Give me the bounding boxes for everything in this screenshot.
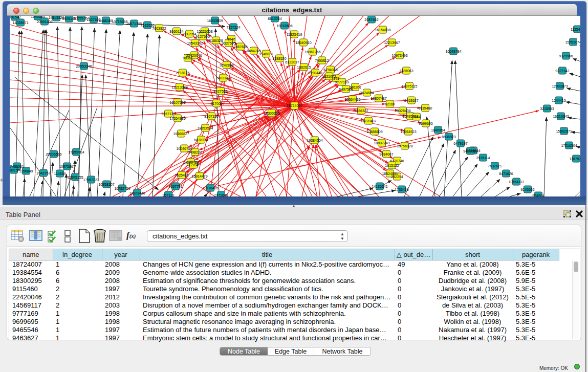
- svg-text:1125441: 1125441: [571, 28, 580, 31]
- svg-text:8660124: 8660124: [169, 30, 183, 33]
- svg-text:2942757: 2942757: [36, 171, 50, 175]
- svg-text:9423051: 9423051: [463, 149, 477, 153]
- svg-text:12975115: 12975115: [402, 84, 418, 88]
- svg-text:967110: 967110: [163, 193, 175, 197]
- svg-text:16648784: 16648784: [445, 50, 461, 53]
- svg-text:3498222: 3498222: [188, 150, 202, 154]
- svg-text:1615132: 1615132: [385, 164, 399, 167]
- svg-text:16961766: 16961766: [304, 50, 320, 54]
- svg-text:12505155: 12505155: [67, 176, 83, 179]
- svg-text:10973493: 10973493: [391, 54, 407, 57]
- svg-text:114519: 114519: [54, 172, 66, 176]
- svg-text:16210643: 16210643: [553, 115, 569, 118]
- svg-text:9657791: 9657791: [168, 185, 182, 188]
- svg-text:16671355: 16671355: [126, 22, 142, 26]
- svg-text:9699695: 9699695: [419, 122, 432, 125]
- svg-text:17359914: 17359914: [68, 150, 84, 154]
- svg-text:8644: 8644: [412, 115, 421, 119]
- svg-text:10654112: 10654112: [509, 180, 525, 184]
- svg-text:15720407: 15720407: [360, 119, 376, 123]
- svg-text:12213389: 12213389: [171, 85, 187, 89]
- svg-text:2087652: 2087652: [364, 18, 378, 21]
- svg-text:7632621: 7632621: [488, 164, 502, 168]
- svg-text:3624554: 3624554: [360, 91, 374, 95]
- svg-text:6794028: 6794028: [323, 68, 337, 72]
- svg-text:917006: 917006: [210, 102, 222, 105]
- svg-text:19654923: 19654923: [400, 130, 416, 134]
- svg-text:10543362: 10543362: [187, 41, 203, 45]
- svg-text:14136141: 14136141: [372, 185, 387, 188]
- svg-text:18300295: 18300295: [264, 112, 279, 115]
- svg-text:7955812: 7955812: [315, 59, 329, 62]
- svg-text:16782759: 16782759: [114, 187, 130, 190]
- svg-text:9127505: 9127505: [195, 35, 209, 38]
- svg-text:1167533: 1167533: [570, 157, 580, 161]
- svg-text:3912954: 3912954: [182, 32, 196, 36]
- svg-text:845: 845: [333, 77, 339, 80]
- svg-text:2803144: 2803144: [216, 76, 230, 80]
- svg-text:9777169: 9777169: [335, 80, 349, 84]
- svg-text:9245652: 9245652: [520, 188, 534, 191]
- svg-text:17016504: 17016504: [561, 144, 577, 147]
- svg-text:1156849: 1156849: [19, 169, 33, 173]
- svg-text:19166827: 19166827: [173, 132, 189, 136]
- svg-text:2867608: 2867608: [233, 45, 247, 49]
- svg-text:8938923: 8938923: [442, 135, 455, 139]
- svg-text:8427552: 8427552: [213, 90, 227, 93]
- svg-text:16914479: 16914479: [191, 174, 207, 178]
- svg-text:9463627: 9463627: [404, 99, 418, 102]
- svg-text:10958107: 10958107: [98, 183, 114, 186]
- svg-text:6479197: 6479197: [453, 142, 467, 145]
- svg-text:891542: 891542: [10, 16, 21, 19]
- svg-text:10046756: 10046756: [176, 147, 192, 150]
- svg-text:9227342: 9227342: [555, 69, 569, 73]
- svg-text:989154: 989154: [10, 168, 20, 172]
- svg-text:3267130: 3267130: [161, 112, 175, 116]
- svg-text:19756928: 19756928: [397, 144, 412, 148]
- svg-text:9327505: 9327505: [222, 41, 235, 45]
- svg-text:8471626: 8471626: [499, 172, 513, 176]
- svg-text:1640954: 1640954: [431, 128, 445, 132]
- svg-text:98961: 98961: [183, 56, 193, 60]
- svg-text:16154808: 16154808: [375, 28, 390, 32]
- svg-text:16107553: 16107553: [169, 101, 185, 104]
- svg-text:9084067: 9084067: [379, 152, 393, 156]
- svg-text:18807249: 18807249: [374, 141, 389, 145]
- svg-text:14035571: 14035571: [12, 21, 28, 25]
- svg-text:8878334: 8878334: [194, 138, 208, 142]
- svg-text:17957223: 17957223: [83, 178, 99, 182]
- svg-text:9146821: 9146821: [259, 52, 273, 56]
- svg-text:10975867: 10975867: [59, 165, 75, 168]
- svg-text:1971648: 1971648: [214, 193, 228, 197]
- svg-text:19716485: 19716485: [202, 186, 218, 190]
- svg-text:10025438: 10025438: [395, 109, 410, 113]
- svg-text:2935114: 2935114: [476, 156, 490, 160]
- svg-text:924504: 924504: [532, 194, 544, 197]
- svg-text:15226058: 15226058: [197, 30, 212, 33]
- svg-text:15751074: 15751074: [565, 40, 580, 44]
- svg-text:1588520: 1588520: [272, 57, 286, 60]
- svg-text:1362615: 1362615: [297, 65, 311, 69]
- svg-text:11353594: 11353594: [198, 126, 213, 130]
- svg-text:20206516: 20206516: [46, 152, 61, 156]
- svg-text:10688609: 10688609: [366, 130, 382, 134]
- svg-text:17654985: 17654985: [169, 117, 185, 120]
- svg-text:16033809: 16033809: [207, 19, 223, 23]
- svg-text:1244415: 1244415: [552, 99, 565, 102]
- svg-text:6466160: 6466160: [99, 19, 113, 23]
- svg-text:10807487: 10807487: [371, 97, 386, 100]
- svg-text:7663822: 7663822: [152, 27, 166, 30]
- svg-text:20691406: 20691406: [36, 20, 52, 24]
- svg-text:12923448: 12923448: [129, 191, 145, 195]
- svg-text:62160: 62160: [385, 102, 395, 106]
- svg-text:8990448: 8990448: [308, 71, 322, 75]
- svg-text:6120746: 6120746: [390, 159, 404, 163]
- svg-text:12213967: 12213967: [384, 41, 400, 45]
- svg-text:1546: 1546: [227, 37, 235, 41]
- svg-text:1540355: 1540355: [31, 16, 45, 18]
- svg-text:19384554: 19384554: [307, 139, 322, 142]
- svg-text:252254: 252254: [391, 175, 403, 179]
- svg-text:20364436: 20364436: [344, 98, 360, 101]
- svg-text:18724007: 18724007: [287, 104, 302, 107]
- svg-text:9329966: 9329966: [559, 54, 573, 58]
